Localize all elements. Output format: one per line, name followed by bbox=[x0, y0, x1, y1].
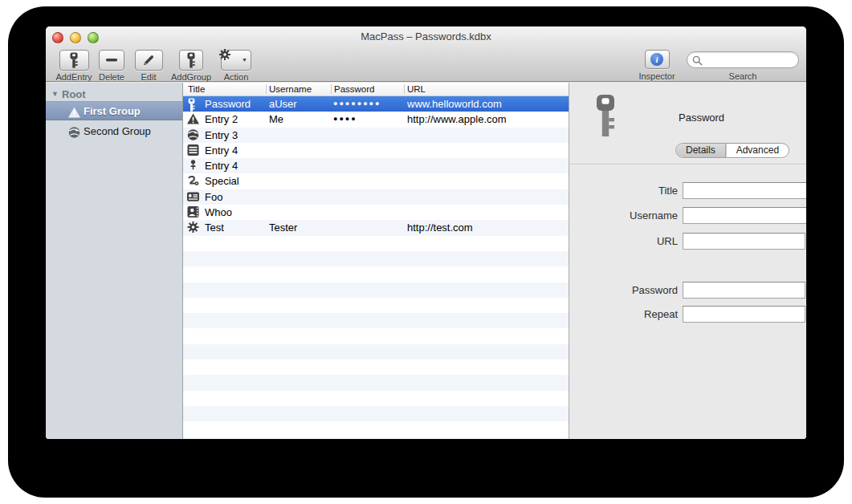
table-row-empty[interactable] bbox=[183, 360, 569, 375]
cell-url: http://test.com bbox=[407, 222, 473, 234]
url-field[interactable] bbox=[683, 233, 805, 250]
inspector-divider bbox=[569, 164, 806, 165]
titlebar-toolbar: MacPass – Passwords.kdbx AddEntryDeleteE… bbox=[46, 26, 806, 82]
gear-icon bbox=[219, 49, 230, 60]
table-row-empty[interactable] bbox=[183, 236, 569, 251]
inspector-button-label: Inspector bbox=[629, 71, 685, 81]
warning-icon bbox=[187, 113, 199, 124]
pin-icon bbox=[187, 160, 199, 171]
password-field[interactable] bbox=[683, 282, 805, 299]
column-header-username[interactable]: Username bbox=[269, 84, 312, 94]
table-row-empty[interactable] bbox=[183, 344, 569, 360]
column-divider bbox=[266, 84, 267, 94]
cell-title: Whoo bbox=[205, 206, 232, 218]
dropdown-arrow-icon: ▼ bbox=[242, 57, 247, 63]
addgroup-button[interactable] bbox=[179, 50, 203, 71]
repeat-field[interactable] bbox=[683, 306, 805, 323]
table-row-empty[interactable] bbox=[183, 328, 569, 343]
delete-button[interactable] bbox=[99, 50, 124, 71]
cell-url: www.helloworld.com bbox=[407, 98, 502, 110]
table-row-entry-2[interactable]: Entry 2Me●●●●http://www.apple.com bbox=[183, 112, 569, 127]
field-label-password: Password bbox=[577, 284, 678, 296]
tab-details[interactable]: Details bbox=[676, 144, 726, 157]
disclosure-triangle-icon[interactable]: ▼ bbox=[51, 90, 59, 98]
inspector-button-wrap: i bbox=[629, 50, 685, 69]
field-label-url: URL bbox=[577, 235, 678, 247]
sidebar-item-second-group[interactable]: Second Group bbox=[46, 122, 182, 141]
table-row-test[interactable]: TestTesterhttp://test.com bbox=[183, 220, 569, 235]
minus-icon bbox=[106, 59, 117, 62]
cell-title: Entry 4 bbox=[205, 160, 238, 172]
table-row-password[interactable]: PasswordaUser●●●●●●●●www.helloworld.com bbox=[183, 96, 569, 112]
column-header-password[interactable]: Password bbox=[334, 84, 375, 94]
table-row-empty[interactable] bbox=[183, 437, 569, 439]
search-input[interactable] bbox=[707, 53, 795, 67]
toolbar-item-addentry: AddEntry bbox=[51, 50, 97, 82]
inspector-panel: Password DetailsAdvanced TitleUsernameUR… bbox=[569, 83, 806, 439]
field-label-username: Username bbox=[577, 209, 678, 222]
info-icon: i bbox=[650, 53, 663, 66]
field-label-title: Title bbox=[577, 185, 678, 197]
key-icon bbox=[69, 52, 79, 68]
details-advanced-tabs: DetailsAdvanced bbox=[675, 143, 789, 158]
field-row-repeat: Repeat bbox=[569, 306, 806, 323]
entry-key-icon bbox=[593, 94, 618, 140]
sidebar-item-label: Second Group bbox=[84, 122, 151, 141]
edit-button[interactable] bbox=[135, 50, 163, 71]
table-row-empty[interactable] bbox=[183, 375, 569, 390]
window-title: MacPass – Passwords.kdbx bbox=[46, 30, 806, 43]
field-row-username: Username bbox=[569, 207, 806, 224]
sidebar-item-label: First Group bbox=[84, 102, 141, 121]
cell-title: Entry 4 bbox=[205, 144, 238, 156]
toolbar-item-edit: Edit bbox=[131, 50, 166, 82]
cell-title: Entry 2 bbox=[205, 113, 238, 125]
table-row-empty[interactable] bbox=[183, 251, 569, 266]
table-row-entry-4[interactable]: Entry 4 bbox=[183, 158, 569, 173]
toolbar-item-delete: Delete bbox=[94, 50, 129, 82]
table-row-empty[interactable] bbox=[183, 266, 569, 282]
table-row-empty[interactable] bbox=[183, 313, 569, 328]
table-row-entry-4[interactable]: Entry 4 bbox=[183, 143, 569, 158]
key-icon bbox=[186, 52, 197, 68]
cell-title: Entry 3 bbox=[205, 129, 238, 141]
table-row-foo[interactable]: Foo bbox=[183, 189, 569, 205]
inspector-button[interactable]: i bbox=[645, 50, 670, 69]
table-row-empty[interactable] bbox=[183, 406, 569, 421]
action-button-label: Action bbox=[214, 72, 258, 82]
column-header-title[interactable]: Title bbox=[188, 84, 205, 94]
search-field[interactable] bbox=[687, 51, 799, 68]
table-header: TitleUsernamePasswordURL bbox=[183, 83, 569, 96]
cell-title: Test bbox=[205, 222, 224, 234]
addentry-button[interactable] bbox=[59, 50, 89, 71]
table-rows: PasswordaUser●●●●●●●●www.helloworld.comE… bbox=[183, 96, 569, 439]
column-divider bbox=[404, 84, 405, 94]
column-divider bbox=[331, 84, 332, 94]
table-row-entry-3[interactable]: Entry 3 bbox=[183, 128, 569, 143]
table-row-empty[interactable] bbox=[183, 421, 569, 437]
cell-username: Tester bbox=[269, 222, 297, 234]
cell-title: Foo bbox=[205, 191, 222, 203]
username-field[interactable] bbox=[683, 207, 806, 224]
addgroup-button-label: AddGroup bbox=[168, 72, 214, 82]
key-icon bbox=[187, 98, 196, 112]
gear-icon bbox=[187, 222, 199, 233]
addentry-button-label: AddEntry bbox=[51, 72, 97, 82]
table-row-empty[interactable] bbox=[183, 391, 569, 406]
tab-advanced[interactable]: Advanced bbox=[726, 144, 789, 157]
sidebar-root-row[interactable]: ▼ Root bbox=[46, 88, 182, 102]
field-label-repeat: Repeat bbox=[577, 308, 678, 320]
root-label: Root bbox=[62, 88, 86, 100]
title-field[interactable] bbox=[683, 182, 806, 199]
cell-username: Me bbox=[269, 113, 283, 125]
cell-password-dots: ●●●●●●●● bbox=[333, 98, 381, 110]
table-row-whoo[interactable]: Whoo bbox=[183, 205, 569, 220]
table-row-special[interactable]: Special bbox=[183, 173, 569, 189]
entry-table: TitleUsernamePasswordURL PasswordaUser●●… bbox=[183, 83, 569, 439]
sidebar-item-first-group[interactable]: First Group bbox=[46, 101, 182, 120]
table-row-empty[interactable] bbox=[183, 282, 569, 298]
column-header-url[interactable]: URL bbox=[407, 84, 426, 94]
pencil-icon bbox=[143, 55, 154, 66]
inspector-entry-title: Password bbox=[679, 112, 724, 124]
action-button[interactable]: ▼ bbox=[221, 50, 251, 71]
table-row-empty[interactable] bbox=[183, 298, 569, 313]
